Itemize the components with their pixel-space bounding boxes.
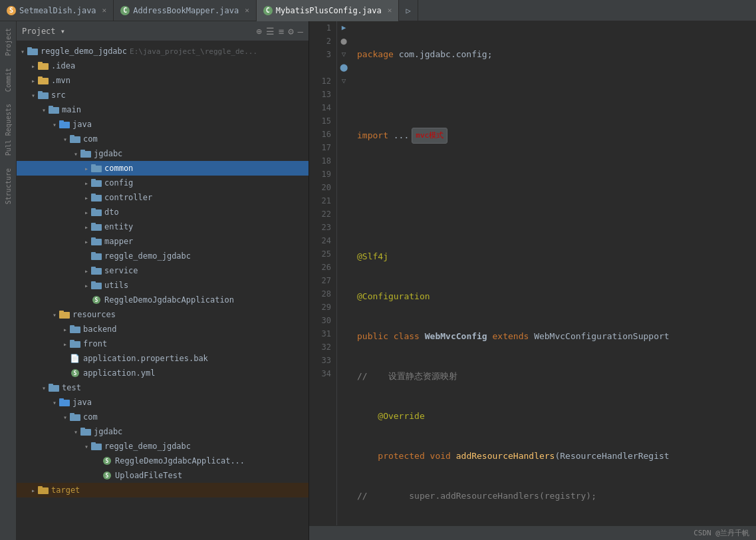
tab-label-address: AddressBookMapper.java <box>133 6 239 15</box>
svg-rect-7 <box>38 91 43 93</box>
svg-rect-21 <box>91 194 96 196</box>
tree-item-common[interactable]: ▸ common <box>17 161 309 176</box>
tree-item-src[interactable]: ▾ src <box>17 88 309 102</box>
tree-item-test[interactable]: ▾ test <box>17 380 309 395</box>
tab-icon-green-2: C <box>263 6 273 15</box>
svg-rect-41 <box>70 340 74 342</box>
svg-rect-25 <box>91 223 96 225</box>
fold-23[interactable]: ▽ <box>337 48 350 61</box>
file-icon-reggledemo-test: S <box>102 456 112 466</box>
tree-item-com[interactable]: ▾ com <box>17 132 309 146</box>
tree-item-dto[interactable]: ▸ dto <box>17 205 309 219</box>
code-line-18: protected void addResourceHandlers(Resou… <box>357 450 749 463</box>
svg-rect-44 <box>49 385 59 392</box>
arrow-main: ▾ <box>39 105 49 114</box>
tree-item-controller[interactable]: ▸ controller <box>17 190 309 205</box>
tab-more[interactable]: ▷ <box>399 0 418 21</box>
tree-item-jgdabc[interactable]: ▾ jgdabc <box>17 146 309 161</box>
svg-rect-50 <box>80 429 91 436</box>
arrow-backend: ▸ <box>61 325 70 334</box>
svg-rect-33 <box>91 281 96 283</box>
svg-rect-39 <box>70 325 74 327</box>
code-line-17: @Override <box>357 410 749 423</box>
expand-icon[interactable]: ☰ <box>266 26 275 37</box>
tree-item-backend[interactable]: ▸ backend <box>17 322 309 337</box>
tree-item-front[interactable]: ▸ front <box>17 337 309 351</box>
svg-rect-23 <box>91 208 96 210</box>
svg-rect-45 <box>49 384 53 386</box>
panel-header: Project ▾ ⊕ ☰ ≡ ⚙ — <box>17 21 309 41</box>
arrow-dto: ▸ <box>82 207 91 217</box>
tree-item-reggledemo-apptest[interactable]: S ReggleDemoJgdabcApplicat... <box>17 454 309 468</box>
item-label-idea: .idea <box>51 61 75 70</box>
tree-item-test-java[interactable]: ▾ java <box>17 395 309 410</box>
tab-mybatis-config[interactable]: C MybatisPlusConfig.java ✕ <box>257 0 400 21</box>
sidebar-tab-project[interactable]: Project <box>3 25 13 59</box>
file-tree: ▾ reggle_demo_jgdabc E:\java_project_\re… <box>17 41 309 540</box>
sidebar-tab-structure[interactable]: Structure <box>3 165 13 207</box>
svg-rect-26 <box>91 239 102 245</box>
tree-item-entity[interactable]: ▸ entity <box>17 219 309 234</box>
settings-icon[interactable]: ⚙ <box>288 26 293 37</box>
tab-label-mybatis: MybatisPlusConfig.java <box>276 6 382 15</box>
file-icon-uploadfiletest: S <box>102 471 112 480</box>
item-label-test-java: java <box>72 398 92 407</box>
tab-close-mybatis[interactable]: ✕ <box>388 6 392 15</box>
fold-32[interactable]: ▽ <box>337 74 350 88</box>
tree-item-app-yml[interactable]: S application.yml <box>17 366 309 380</box>
tab-address-book[interactable]: C AddressBookMapper.java ✕ <box>114 0 257 21</box>
sidebar-tab-pull-requests[interactable]: Pull Requests <box>3 100 13 159</box>
sidebar-tab-commit[interactable]: Commit <box>3 65 13 95</box>
tree-item-test-jgdabc[interactable]: ▾ jgdabc <box>17 424 309 439</box>
item-label-com: com <box>83 134 98 144</box>
code-lines[interactable]: package com.jgdabc.config; import ...mvc… <box>350 21 756 525</box>
file-icon-yml: S <box>70 368 80 378</box>
tree-item-utils[interactable]: ▸ utils <box>17 278 309 293</box>
code-line-1: package com.jgdabc.config; <box>357 48 749 61</box>
tree-item-main[interactable]: ▾ main <box>17 102 309 117</box>
svg-text:S: S <box>106 458 109 464</box>
arrow-common: ▸ <box>82 164 91 173</box>
tree-item-src-reggle[interactable]: reggle_demo_jgdabc <box>17 249 309 263</box>
svg-rect-19 <box>91 179 96 181</box>
tree-item-config[interactable]: ▸ config <box>17 176 309 190</box>
tree-item-target[interactable]: ▸ target <box>17 483 309 497</box>
item-label-mvn: .mvn <box>51 76 70 85</box>
svg-rect-0 <box>27 49 38 55</box>
tree-item-test-com[interactable]: ▾ com <box>17 410 309 424</box>
arrow-test-java: ▾ <box>50 398 59 407</box>
item-label-controller: controller <box>104 193 152 202</box>
left-activity-bar: Project Commit Pull Requests Structure <box>0 21 17 540</box>
item-label-src-reggle: reggle_demo_jgdabc <box>104 251 191 261</box>
svg-rect-13 <box>70 135 74 137</box>
minimize-icon[interactable]: — <box>298 26 303 37</box>
svg-rect-51 <box>80 428 85 430</box>
arrow-mvn: ▸ <box>29 76 38 85</box>
tab-setmeal-dish[interactable]: S SetmealDish.java ✕ <box>0 0 114 21</box>
tree-item-app-properties[interactable]: 📄 application.properties.bak <box>17 351 309 366</box>
locate-icon[interactable]: ⊕ <box>256 26 261 37</box>
item-label-test-reggle: reggle_demo_jgdabc <box>104 442 191 451</box>
tree-item-test-reggle[interactable]: ▾ reggle_demo_jgdabc <box>17 439 309 454</box>
svg-rect-59 <box>38 486 43 488</box>
tree-item-mvn[interactable]: ▸ .mvn <box>17 73 309 88</box>
status-text: CSDN @兰丹千帆 <box>693 528 749 538</box>
tree-item-idea[interactable]: ▸ .idea <box>17 59 309 73</box>
main-area: Project Commit Pull Requests Structure P… <box>0 21 756 540</box>
tree-item-java[interactable]: ▾ java <box>17 117 309 132</box>
tab-close-address[interactable]: ✕ <box>245 6 249 15</box>
tree-item-uploadfiletest[interactable]: S UploadFileTest <box>17 468 309 483</box>
tree-item-reggledemo-app[interactable]: S ReggleDemoJgdabcApplication <box>17 293 309 307</box>
svg-rect-28 <box>91 253 102 260</box>
tree-item-root[interactable]: ▾ reggle_demo_jgdabc E:\java_project_\re… <box>17 44 309 59</box>
collapse-icon[interactable]: ≡ <box>279 26 284 37</box>
tree-item-service[interactable]: ▸ service <box>17 263 309 278</box>
fold-import[interactable]: ▶ <box>337 21 350 35</box>
svg-rect-49 <box>70 413 74 415</box>
tab-close-setmeal[interactable]: ✕ <box>102 6 107 15</box>
svg-rect-31 <box>91 267 96 269</box>
gutter-fold: ▶ ⬤ ▽ ⬤ <box>337 21 350 525</box>
arrow-src: ▾ <box>29 90 38 100</box>
tree-item-resources[interactable]: ▾ resources <box>17 307 309 322</box>
tree-item-mapper[interactable]: ▸ mapper <box>17 234 309 249</box>
